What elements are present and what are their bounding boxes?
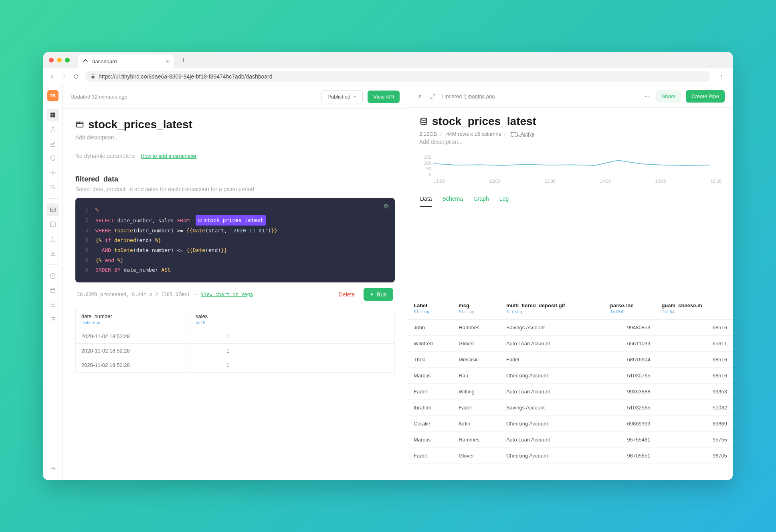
view-api-button[interactable]: View API: [368, 91, 400, 103]
left-header: Updated 32 minutes ago Published View AP…: [63, 85, 408, 109]
nav-forward-icon[interactable]: [61, 73, 67, 80]
svg-rect-6: [51, 222, 55, 227]
node-title[interactable]: filtered_data: [75, 175, 395, 183]
sidebar-shield-icon[interactable]: [46, 152, 59, 165]
data-row: TheaMosciskiFadel6851660468516: [408, 351, 733, 367]
how-to-add-param-link[interactable]: How to add a parameter: [141, 153, 196, 159]
result-column-header[interactable]: salesInt16: [190, 309, 235, 329]
close-panel-icon[interactable]: ✕: [416, 92, 424, 101]
datasource-chip-icon: [198, 218, 202, 222]
data-row: MarcusHammesAuto Loan Account95755481957…: [408, 431, 733, 447]
datasource-chip: stock_prices_latest: [204, 216, 263, 226]
create-pipe-button[interactable]: Create Pipe: [686, 90, 725, 103]
data-column-header[interactable]: LabelString: [408, 298, 453, 320]
datasource-title: stock_prices_latest: [419, 115, 721, 128]
no-params-text: No dynamic parameters: [75, 153, 135, 159]
sidebar-collapse-icon[interactable]: [46, 462, 59, 475]
sidebar-tree-icon[interactable]: [46, 123, 59, 136]
updated-ago-link[interactable]: 2 months ago: [463, 93, 495, 99]
traffic-lights: [49, 58, 70, 62]
browser-menu-icon[interactable]: ⋮: [715, 74, 727, 80]
workspace-logo[interactable]: TB: [47, 90, 59, 101]
published-dropdown[interactable]: Published: [321, 90, 363, 103]
share-button[interactable]: Share: [656, 90, 681, 103]
pipe-icon: [75, 120, 84, 129]
window-maximize-button[interactable]: [65, 58, 70, 62]
tab-bar: Dashboard × +: [43, 52, 733, 68]
node-description: Select date, product_id and sales for ea…: [75, 186, 395, 192]
lock-icon: [91, 74, 95, 79]
sidebar-pipe-icon[interactable]: [46, 218, 59, 231]
expand-panel-icon[interactable]: [428, 92, 437, 101]
delete-button[interactable]: Delete: [334, 288, 360, 301]
run-button[interactable]: Run: [364, 288, 393, 301]
ttl-link[interactable]: TTL Active: [510, 131, 535, 137]
sidebar-dashboard-icon[interactable]: [46, 109, 59, 121]
svg-point-0: [52, 127, 53, 128]
run-label: Run: [376, 291, 387, 298]
page-title-text: stock_prices_latest: [88, 118, 192, 131]
sidebar-task-icon-2[interactable]: [46, 313, 59, 326]
data-column-header[interactable]: multi_tiered_deposit.gifString: [501, 298, 604, 320]
result-table: date_numberDateTimesalesInt16 2020-11-02…: [75, 309, 395, 373]
svg-rect-10: [386, 206, 388, 208]
sidebar-divider: [48, 198, 58, 199]
play-icon: [370, 292, 374, 296]
code-footer: 38.62MB processed, 6.44m x 2 (385.67ms) …: [75, 282, 395, 306]
left-updated-text: Updated 32 minutes ago: [71, 94, 127, 100]
right-panel: ✕ Updated 2 months ago ⋯ Share Create Pi…: [408, 85, 733, 480]
tab-log[interactable]: Log: [499, 191, 509, 207]
data-row: JohnHammesSavings Account9948085368516: [408, 319, 733, 335]
tab-title: Dashboard: [91, 58, 117, 64]
rows-cols-text: 44M rows x 16 columns: [446, 131, 501, 137]
tab-close-icon[interactable]: ×: [166, 58, 169, 64]
data-row: MarcusRauChecking Account5103076568516: [408, 367, 733, 383]
svg-point-13: [421, 118, 427, 121]
tab-favicon: [83, 58, 88, 64]
url-field[interactable]: https://ui.tinybird.co/8dae6a-8309-84je-…: [85, 71, 710, 82]
data-column-header[interactable]: guam_cheese.mInt64: [656, 298, 733, 320]
data-column-header[interactable]: msgString: [453, 298, 501, 320]
svg-rect-12: [199, 219, 202, 222]
nav-back-icon[interactable]: [49, 73, 55, 80]
app: TB Updated 32 minutes ago: [43, 85, 733, 480]
svg-point-4: [51, 185, 54, 188]
data-table-wrap[interactable]: LabelStringmsgStringmulti_tiered_deposit…: [408, 298, 733, 480]
data-table: LabelStringmsgStringmulti_tiered_deposit…: [408, 298, 733, 464]
published-label: Published: [327, 94, 350, 100]
nav-reload-icon[interactable]: [73, 73, 79, 80]
sidebar-storage-icon[interactable]: [46, 270, 59, 282]
datasource-title-text: stock_prices_latest: [432, 115, 536, 128]
tab-graph[interactable]: Graph: [473, 191, 489, 207]
size-text: 2.12GB: [419, 131, 437, 137]
copy-icon[interactable]: [384, 204, 389, 209]
right-content: stock_prices_latest 2.12GB/ 44M rows x 1…: [408, 108, 733, 298]
sidebar-chart-icon[interactable]: [46, 137, 59, 150]
sidebar-datasource-icon[interactable]: [46, 204, 59, 216]
svg-point-7: [51, 274, 55, 275]
sidebar-search-icon[interactable]: [46, 181, 59, 193]
more-menu-icon[interactable]: ⋯: [643, 92, 651, 101]
sidebar-divider: [48, 264, 58, 265]
result-column-header[interactable]: date_numberDateTime: [76, 309, 190, 329]
sidebar-task-icon[interactable]: [46, 298, 59, 311]
window-close-button[interactable]: [49, 58, 54, 62]
sidebar-storage-icon-2[interactable]: [46, 284, 59, 297]
tab-schema[interactable]: Schema: [443, 191, 463, 207]
sql-editor[interactable]: 1% 2SELECT date_number, sales FROM stock…: [75, 198, 395, 282]
view-chart-link[interactable]: View chart in Vega: [201, 292, 253, 297]
window-minimize-button[interactable]: [57, 58, 62, 62]
sidebar-gear-icon[interactable]: [46, 166, 59, 179]
browser-tab[interactable]: Dashboard ×: [78, 54, 174, 68]
svg-rect-11: [384, 204, 387, 207]
datasource-add-desc[interactable]: Add description...: [419, 139, 721, 145]
right-header: ✕ Updated 2 months ago ⋯ Share Create Pi…: [408, 85, 733, 108]
sidebar-upload-icon[interactable]: [46, 232, 59, 245]
new-tab-button[interactable]: +: [177, 56, 190, 64]
sidebar-download-icon[interactable]: [46, 247, 59, 260]
activity-chart: 150100500 11:0012:0013:0014:0015:0016:00: [419, 155, 721, 183]
tab-data[interactable]: Data: [420, 191, 432, 207]
add-description-input[interactable]: Add description...: [75, 134, 395, 141]
data-column-header[interactable]: parse.rncInt64: [604, 298, 656, 320]
url-bar: https://ui.tinybird.co/8dae6a-8309-84je-…: [43, 68, 733, 85]
